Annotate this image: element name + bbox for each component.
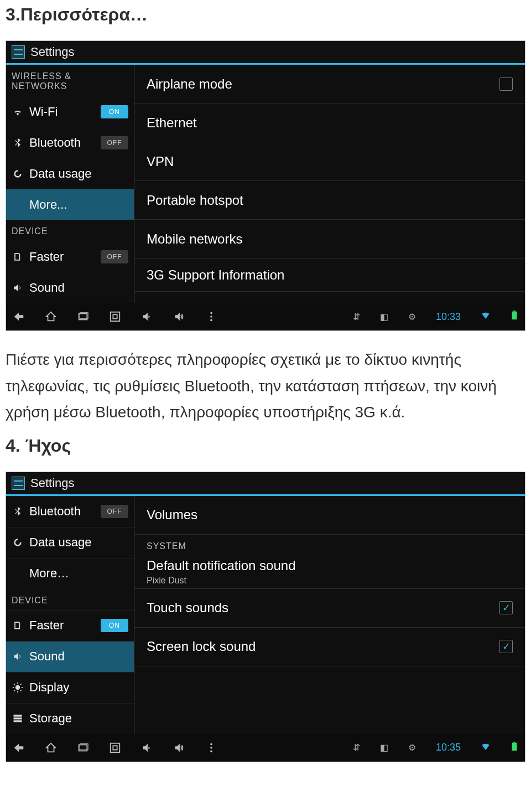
usb-icon: ⇵	[353, 742, 360, 753]
volume-up-button[interactable]	[173, 742, 185, 754]
bluetooth-icon	[12, 506, 24, 517]
sidebar-item-label: Bluetooth	[29, 136, 95, 150]
content-item-touch-sounds[interactable]: Touch sounds ✓	[134, 589, 525, 628]
content-item-vpn[interactable]: VPN	[134, 142, 525, 181]
bluetooth-toggle[interactable]: OFF	[101, 505, 128, 518]
volume-up-button[interactable]	[173, 311, 185, 323]
sidebar-item-more[interactable]: More...	[6, 189, 134, 220]
svg-rect-3	[113, 314, 117, 318]
heading-sound: 4. Ήχος	[6, 436, 531, 456]
wifi-toggle[interactable]: ON	[101, 105, 128, 118]
status-battery-icon	[511, 311, 518, 323]
svg-rect-8	[513, 311, 516, 312]
sidebar-item-display[interactable]: Display	[6, 672, 134, 703]
content-item-3g-support[interactable]: 3G Support Information	[134, 258, 525, 292]
sound-icon	[12, 651, 24, 662]
content-item-label: Default notification sound	[147, 558, 296, 573]
notif-icon-2: ⚙	[408, 742, 416, 753]
display-icon	[12, 682, 24, 693]
settings-content: Volumes SYSTEM Default notification soun…	[134, 496, 525, 734]
sidebar-item-label: Faster	[29, 250, 95, 264]
touch-sounds-checkbox[interactable]: ✓	[499, 601, 513, 614]
sidebar-item-sound[interactable]: Sound	[6, 272, 134, 303]
status-clock: 10:33	[436, 311, 461, 323]
status-wifi-icon	[481, 742, 491, 754]
sidebar-item-faster[interactable]: Faster OFF	[6, 241, 134, 272]
section-device: DEVICE	[6, 589, 134, 610]
content-item-mobile-networks[interactable]: Mobile networks	[134, 220, 525, 258]
section-device: DEVICE	[6, 220, 134, 241]
screenshot-button[interactable]	[109, 311, 121, 323]
content-item-label: Ethernet	[147, 115, 197, 131]
sound-icon	[12, 282, 24, 293]
system-navbar: ⇵ ◧ ⚙ 10:33	[6, 303, 525, 330]
content-item-volumes[interactable]: Volumes	[134, 496, 525, 535]
sidebar-item-label: Bluetooth	[29, 504, 95, 519]
sidebar-item-label: More…	[29, 566, 128, 581]
content-item-label: Screen lock sound	[147, 639, 256, 654]
notif-icon-1: ◧	[380, 742, 388, 753]
content-item-portable-hotspot[interactable]: Portable hotspot	[134, 181, 525, 220]
airplane-checkbox[interactable]	[499, 77, 513, 91]
sidebar-item-data-usage[interactable]: Data usage	[6, 158, 134, 189]
app-titlebar: Settings	[6, 472, 525, 494]
volume-down-button[interactable]	[141, 311, 153, 323]
status-wifi-icon	[481, 311, 491, 323]
content-item-label: Mobile networks	[147, 231, 242, 247]
screenshot-button[interactable]	[109, 742, 121, 754]
sidebar-item-bluetooth[interactable]: Bluetooth OFF	[6, 496, 134, 527]
sidebar-item-data-usage[interactable]: Data usage	[6, 527, 134, 558]
home-button[interactable]	[45, 311, 57, 323]
sidebar-item-label: Faster	[29, 618, 95, 633]
sidebar-item-bluetooth[interactable]: Bluetooth OFF	[6, 127, 134, 158]
svg-rect-10	[14, 715, 22, 717]
back-button[interactable]	[13, 742, 25, 754]
usb-icon: ⇵	[353, 312, 360, 322]
faster-toggle[interactable]: OFF	[101, 250, 128, 263]
system-navbar: ⇵ ◧ ⚙ 10:35	[6, 734, 525, 762]
data-usage-icon	[12, 537, 24, 548]
sidebar-item-wifi[interactable]: Wi-Fi ON	[6, 96, 134, 127]
sidebar-item-storage[interactable]: Storage	[6, 703, 134, 734]
recent-apps-button[interactable]	[77, 311, 89, 323]
data-usage-icon	[12, 168, 24, 179]
settings-content: Airplane mode Ethernet VPN Portable hots…	[134, 65, 525, 303]
overflow-button[interactable]	[205, 311, 217, 323]
svg-point-4	[210, 312, 212, 314]
sidebar-item-label: Wi-Fi	[29, 105, 95, 119]
bluetooth-icon	[12, 137, 24, 148]
sidebar-item-faster[interactable]: Faster ON	[6, 610, 134, 641]
settings-icon	[12, 45, 25, 59]
home-button[interactable]	[45, 742, 57, 754]
sidebar-item-label: Sound	[29, 281, 128, 295]
content-item-ethernet[interactable]: Ethernet	[134, 104, 525, 142]
content-item-label: VPN	[147, 154, 174, 169]
section-wireless-networks: WIRELESS & NETWORKS	[6, 65, 134, 96]
faster-toggle[interactable]: ON	[101, 619, 128, 632]
settings-sidebar: WIRELESS & NETWORKS Wi-Fi ON Bluetooth O…	[6, 65, 134, 303]
sidebar-item-more[interactable]: More…	[6, 558, 134, 589]
status-clock: 10:35	[436, 742, 461, 753]
svg-rect-7	[512, 312, 517, 319]
content-item-label: Volumes	[147, 507, 197, 523]
svg-point-18	[210, 747, 212, 749]
svg-rect-2	[111, 312, 120, 322]
back-button[interactable]	[13, 311, 25, 323]
svg-rect-15	[111, 743, 120, 753]
wifi-icon	[12, 106, 24, 117]
overflow-button[interactable]	[205, 742, 217, 754]
body-paragraph: Πιέστε για περισσότερες πληροφορίες σχετ…	[6, 346, 525, 426]
sidebar-item-label: Data usage	[29, 535, 128, 550]
screenshot-settings-sound: Settings Bluetooth OFF Data usage More…	[6, 472, 525, 762]
content-item-screen-lock-sound[interactable]: Screen lock sound ✓	[134, 628, 525, 666]
recent-apps-button[interactable]	[77, 742, 89, 754]
content-item-airplane-mode[interactable]: Airplane mode	[134, 65, 525, 104]
sidebar-item-sound[interactable]: Sound	[6, 641, 134, 672]
svg-rect-21	[513, 742, 516, 743]
bluetooth-toggle[interactable]: OFF	[101, 136, 128, 149]
volume-down-button[interactable]	[141, 742, 153, 754]
content-item-label: Airplane mode	[147, 76, 232, 92]
content-item-default-notification[interactable]: Default notification sound Pixie Dust	[134, 556, 525, 589]
svg-rect-12	[14, 721, 22, 722]
screenlock-sound-checkbox[interactable]: ✓	[499, 640, 513, 653]
